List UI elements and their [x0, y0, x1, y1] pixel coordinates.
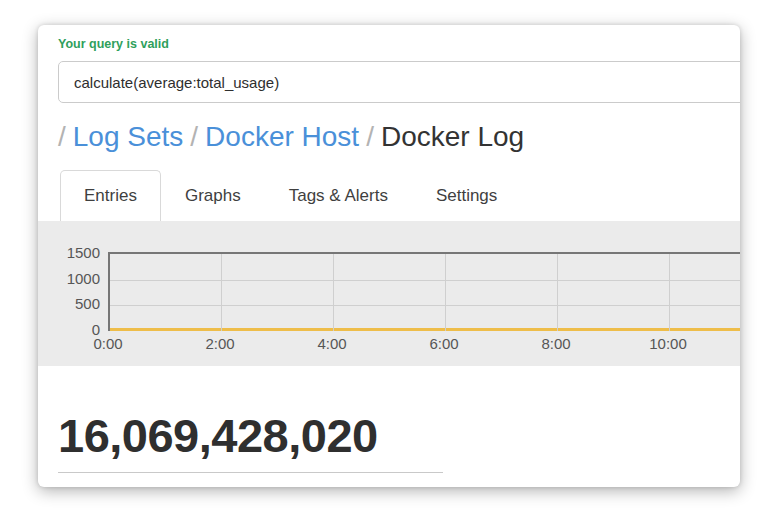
page-background: Your query is valid /Log Sets/Docker Hos…: [0, 0, 776, 520]
chart-vgridline: [221, 254, 222, 331]
x-axis-tick-label: 6:00: [429, 335, 458, 352]
x-axis-tick-label: 10:00: [649, 335, 687, 352]
chart-vgridline: [669, 254, 670, 331]
query-input[interactable]: [58, 61, 740, 103]
breadcrumb-current: Docker Log: [381, 121, 524, 152]
query-result-panel: Your query is valid /Log Sets/Docker Hos…: [38, 25, 740, 487]
x-axis-tick-label: 4:00: [317, 335, 346, 352]
x-axis-tick-label: 2:00: [205, 335, 234, 352]
chart-vgridline: [557, 254, 558, 331]
tab-tags-alerts[interactable]: Tags & Alerts: [265, 170, 412, 221]
chart-series-line: [110, 328, 740, 331]
chart-vgridline: [445, 254, 446, 331]
breadcrumb-separator: /: [190, 121, 198, 152]
tab-graphs[interactable]: Graphs: [161, 170, 265, 221]
query-result-value: 16,069,428,020: [58, 410, 720, 462]
tab-settings[interactable]: Settings: [412, 170, 521, 221]
breadcrumb-link[interactable]: Log Sets: [73, 121, 184, 152]
x-axis-tick-label: 8:00: [541, 335, 570, 352]
breadcrumb-separator: /: [58, 121, 66, 152]
chart-hgridline: [110, 280, 740, 281]
tab-entries[interactable]: Entries: [60, 170, 161, 221]
y-axis-tick-label: 500: [38, 295, 100, 312]
chart-plot-area: [108, 252, 740, 331]
tab-bar: EntriesGraphsTags & AlertsSettings: [60, 170, 740, 221]
result-divider: [58, 472, 443, 473]
y-axis-tick-label: 0: [38, 321, 100, 338]
y-axis-tick-label: 1500: [38, 244, 100, 261]
breadcrumb: /Log Sets/Docker Host/Docker Log: [58, 118, 720, 156]
breadcrumb-link[interactable]: Docker Host: [205, 121, 359, 152]
y-axis-tick-label: 1000: [38, 269, 100, 286]
breadcrumb-separator: /: [366, 121, 374, 152]
query-valid-status: Your query is valid: [58, 37, 720, 51]
chart-vgridline: [333, 254, 334, 331]
chart-hgridline: [110, 305, 740, 306]
usage-chart: 1500100050000:002:004:006:008:0010:00: [38, 221, 740, 366]
x-axis-tick-label: 0:00: [93, 335, 122, 352]
